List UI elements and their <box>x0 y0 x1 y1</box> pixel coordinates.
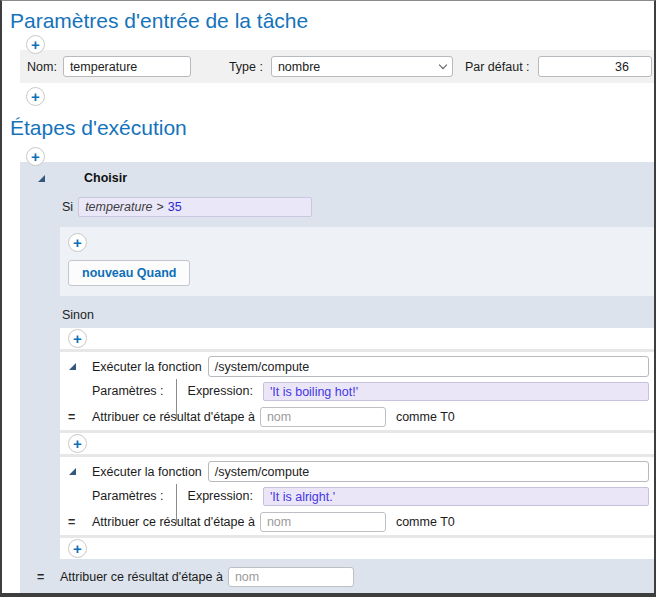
assign-result-label: Attribuer ce résultat d'étape à <box>92 515 255 529</box>
job-config-window: Paramètres d'entrée de la tâche + Nom: t… <box>0 0 656 597</box>
parameter-default-input[interactable]: 36 <box>538 56 652 77</box>
condition-operator: > <box>157 200 164 214</box>
if-label: Si <box>62 200 73 214</box>
type-select-value: nombre <box>278 60 320 74</box>
collapse-triangle-icon[interactable] <box>68 362 77 371</box>
expression-label: Expression: <box>188 489 253 503</box>
add-else-step-button-3[interactable]: + <box>68 539 87 558</box>
condition-value: 35 <box>168 200 182 214</box>
execute-function-label: Exécuter la fonction <box>92 465 202 479</box>
parameters-label: Paramètres : <box>92 489 164 503</box>
input-parameters-title: Paramètres d'entrée de la tâche <box>10 9 654 33</box>
add-parameter-button[interactable]: + <box>26 35 45 54</box>
function-path-input[interactable]: /system/compute <box>208 356 649 377</box>
plus-icon: + <box>31 89 40 104</box>
when-branch-container: + nouveau Quand <box>60 227 654 296</box>
if-condition-row: Si temperature > 35 <box>62 197 654 217</box>
else-label: Sinon <box>62 308 654 322</box>
add-parameter-button-2[interactable]: + <box>26 87 45 106</box>
assign-result-label: Attribuer ce résultat d'étape à <box>60 570 223 584</box>
plus-icon: + <box>31 149 40 164</box>
add-else-step-button[interactable]: + <box>68 329 87 348</box>
divider <box>176 379 177 419</box>
condition-expression-field[interactable]: temperature > 35 <box>78 197 312 217</box>
collapse-triangle-icon[interactable] <box>37 174 46 183</box>
parameter-type-select[interactable]: nombre <box>271 56 453 77</box>
add-when-step-button[interactable]: + <box>68 233 87 252</box>
name-label: Nom: <box>27 60 57 74</box>
equals-icon: = <box>37 570 60 584</box>
add-step-button[interactable]: + <box>26 147 45 166</box>
equals-icon: = <box>68 410 92 424</box>
default-label: Par défaut : <box>465 60 530 74</box>
divider <box>176 484 177 524</box>
parameters-label: Paramètres : <box>92 384 164 398</box>
execution-steps-title: Étapes d'exécution <box>10 116 654 140</box>
expression-value-field[interactable]: 'It is alright.' <box>263 487 649 506</box>
expression-label: Expression: <box>188 384 253 398</box>
expression-value-field[interactable]: 'It is boiling hot!' <box>263 382 649 401</box>
plus-icon: + <box>73 436 82 451</box>
add-else-step-button-2[interactable]: + <box>68 434 87 453</box>
assign-result-name-input[interactable] <box>260 512 386 532</box>
equals-icon: = <box>68 515 92 529</box>
assign-result-name-input[interactable] <box>260 407 386 427</box>
plus-icon: + <box>73 331 82 346</box>
assign-result-label: Attribuer ce résultat d'étape à <box>92 410 255 424</box>
function-path-input[interactable]: /system/compute <box>208 461 649 482</box>
assign-as-label: comme T0 <box>396 410 455 424</box>
assign-as-label: comme T0 <box>396 515 455 529</box>
parameter-row: Nom: temperature Type : nombre Par défau… <box>20 50 654 83</box>
function-step-card: Exécuter la fonction /system/compute Par… <box>60 352 654 430</box>
execute-function-label: Exécuter la fonction <box>92 360 202 374</box>
choose-assign-result-row: = Attribuer ce résultat d'étape à <box>37 567 654 587</box>
collapse-triangle-icon[interactable] <box>68 467 77 476</box>
type-label: Type : <box>229 60 263 74</box>
else-branch-container: + Exécuter la fonction /system/compute P… <box>60 328 654 559</box>
chevron-down-icon <box>439 61 447 69</box>
assign-result-name-input[interactable] <box>228 567 354 587</box>
parameter-name-input[interactable]: temperature <box>63 56 191 77</box>
plus-icon: + <box>73 541 82 556</box>
condition-variable: temperature <box>85 200 152 214</box>
plus-icon: + <box>31 37 40 52</box>
function-step-card: Exécuter la fonction /system/compute Par… <box>60 457 654 535</box>
choose-step-title: Choisir <box>84 171 127 185</box>
choose-step-block: Choisir Si temperature > 35 + nouveau Qu… <box>20 162 654 593</box>
new-when-button[interactable]: nouveau Quand <box>68 260 190 286</box>
plus-icon: + <box>73 235 82 250</box>
